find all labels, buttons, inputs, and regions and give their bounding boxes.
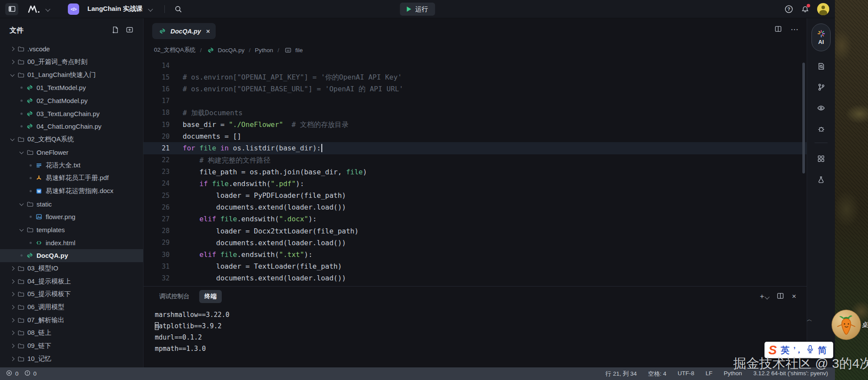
chevron-down-icon[interactable] [148,7,153,11]
warnings-count[interactable]: 0 [33,370,37,377]
chevron-right-icon[interactable] [10,318,15,322]
tree-item-folder[interactable]: 08_链上 [0,327,143,340]
tree-item-folder[interactable]: 09_链下 [0,340,143,353]
chevron-down-icon[interactable] [20,227,24,232]
chevron-right-icon[interactable] [10,305,15,310]
code-line[interactable]: 19base_dir = "./OneFlower" # 文档的存放目录 [144,119,807,130]
terminal-output[interactable]: marshmallow==3.22.0matplotlib==3.9.2mdur… [144,307,807,354]
tree-item-folder[interactable]: .vscode [0,43,143,56]
editor-scrollbar[interactable] [802,63,805,173]
chevron-right-icon[interactable] [10,331,15,335]
ime-english-indicator[interactable]: 英 [781,344,789,356]
sidebar-toggle-button[interactable] [5,3,18,15]
run-button[interactable]: 运行 [400,3,435,16]
tree-item-file[interactable]: 02_ChatModel.py [0,94,143,107]
new-terminal-button[interactable]: + [760,292,769,301]
chevron-right-icon[interactable] [10,357,15,361]
new-file-icon[interactable] [112,26,119,35]
tree-item-file[interactable]: 04_ChatLongChain.py [0,120,143,133]
code-line[interactable]: 22 # 构建完整的文件路径 [144,154,807,166]
panel-tab-active[interactable]: 终端 [199,290,222,303]
warnings-icon[interactable] [24,370,30,377]
ime-simplified-indicator[interactable]: 简 [818,344,827,356]
errors-count[interactable]: 0 [15,370,19,377]
activity-file-search-icon[interactable] [812,57,830,76]
code-line[interactable]: 31 loader = TextLoader(file_path) [144,260,807,272]
ime-collapse-icon[interactable]: ︿ [807,316,812,323]
project-name[interactable]: LangChain 实战课 [87,5,143,13]
tree-item-file[interactable]: flower.png [0,210,143,223]
tree-item-folder[interactable]: 04_提示模板上 [0,275,143,288]
tree-item-file[interactable]: DocQA.py [0,249,143,262]
activity-ai-icon[interactable]: AI [811,23,831,51]
code-line[interactable]: 30 elif file.endswith(".txt"): [144,249,807,260]
code-line[interactable]: 16# os.environ["OPENAI_BASE_URL"] = 'Ope… [144,83,807,95]
avatar[interactable] [817,3,829,15]
code-line[interactable]: 17 [144,95,807,107]
tree-item-file[interactable]: index.html [0,236,143,249]
search-icon[interactable] [174,5,182,13]
ime-punctuation-indicator[interactable]: ’， [793,344,802,356]
breadcrumb-item[interactable]: Python [255,47,273,53]
tree-item-file[interactable]: 花语大全.txt [0,159,143,172]
close-tab-icon[interactable]: × [206,27,210,35]
code-line[interactable]: 14 [144,60,807,71]
tree-item-folder[interactable]: OneFlower [0,146,143,159]
status-item[interactable]: LF [705,370,712,378]
status-item[interactable]: 行 21, 列 34 [605,370,637,378]
split-editor-icon[interactable] [775,25,782,34]
chevron-down-icon[interactable] [10,137,15,141]
code-line[interactable]: 18# 加载Documents [144,107,807,119]
tree-item-folder[interactable]: 02_文档QA系统 [0,133,143,146]
close-panel-icon[interactable]: × [792,292,796,301]
code-line[interactable]: 25 loader = PyPDFLoader(file_path) [144,190,807,201]
chevron-right-icon[interactable] [10,292,15,297]
tree-item-folder[interactable]: templates [0,223,143,237]
chevron-down-icon[interactable] [765,294,769,299]
tree-item-folder[interactable]: 00_开篇词_奇点时刻 [0,56,143,69]
tree-item-folder[interactable]: 01_LangChain快速入门 [0,68,143,81]
code-line[interactable]: 26 documents.extend(loader.load()) [144,201,807,213]
code-line[interactable]: 15# os.environ["OPENAI_API_KEY"] = '你的Op… [144,71,807,83]
activity-git-branch-icon[interactable] [812,77,830,97]
status-item[interactable]: 空格: 4 [648,370,666,378]
code-line[interactable]: 32 documents.extend(loader.load()) [144,272,807,284]
split-panel-icon[interactable] [777,292,784,301]
app-logo-icon[interactable] [27,4,40,14]
code-line[interactable]: 23 file_path = os.path.join(base_dir, fi… [144,166,807,178]
code-line[interactable]: 24 if file.endswith(".pdf"): [144,178,807,190]
tree-item-folder[interactable]: 05_提示模板下 [0,288,143,301]
new-folder-icon[interactable] [126,26,134,35]
tree-item-folder[interactable]: 03_模型IO [0,262,143,275]
status-item[interactable]: UTF-8 [678,370,694,378]
chevron-down-icon[interactable] [20,201,24,206]
activity-bug-icon[interactable] [812,119,830,138]
tree-item-file[interactable]: 易速鲜花员工手册.pdf [0,172,143,185]
errors-icon[interactable] [6,370,12,377]
chevron-down-icon[interactable] [45,7,50,11]
code-line[interactable]: 20documents = [] [144,130,807,142]
tree-item-file[interactable]: W易速鲜花运营指南.docx [0,185,143,198]
tree-item-folder[interactable]: 06_调用模型 [0,301,143,314]
tree-item-file[interactable]: 03_TextLangChain.py [0,107,143,120]
tree-item-folder[interactable]: 10_记忆 [0,353,143,366]
code-area[interactable]: 1415# os.environ["OPENAI_API_KEY"] = '你的… [144,57,807,286]
tree-item-folder[interactable]: static [0,197,143,210]
chevron-down-icon[interactable] [20,150,24,154]
chevron-right-icon[interactable] [10,279,15,283]
activity-grid-icon[interactable] [812,149,830,168]
microphone-icon[interactable] [806,345,814,355]
editor-tab[interactable]: DocQA.py × [152,23,216,39]
breadcrumb-item[interactable]: 02_文档QA系统 [154,46,196,54]
chevron-down-icon[interactable] [10,72,15,77]
code-line[interactable]: 29 documents.extend(loader.load()) [144,237,807,249]
code-line[interactable]: 27 elif file.endswith(".docx"): [144,213,807,225]
breadcrumb-item[interactable]: DocQA.py [206,47,245,53]
code-line[interactable]: 21for file in os.listdir(base_dir): [144,142,807,154]
chevron-right-icon[interactable] [10,60,15,64]
chevron-right-icon[interactable] [10,267,15,271]
code-line[interactable]: 28 loader = Docx2txtLoader(file_path) [144,225,807,237]
activity-flask-icon[interactable] [812,170,830,189]
chevron-right-icon[interactable] [10,47,15,51]
notification-bell-icon[interactable] [801,5,809,13]
